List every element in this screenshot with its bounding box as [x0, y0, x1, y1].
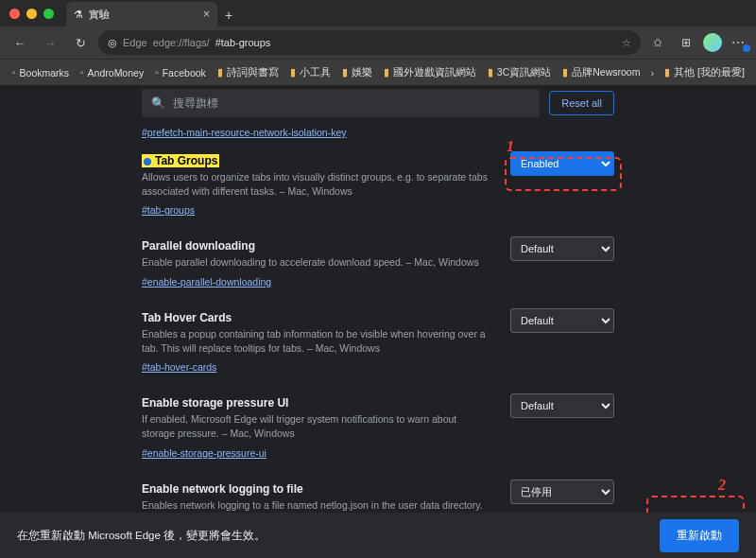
refresh-button[interactable]: ↻ — [68, 30, 93, 55]
flag-hash-link[interactable]: #enable-parallel-downloading — [142, 276, 271, 288]
collections-icon[interactable]: ⊞ — [675, 31, 697, 54]
flag-title: Tab Hover Cards — [142, 311, 232, 324]
flag-row: Parallel downloadingEnable parallel down… — [142, 236, 614, 289]
folder-icon: ▮ — [488, 66, 493, 78]
page-icon: ▫ — [155, 67, 159, 78]
flag-description: Enable parallel downloading to accelerat… — [142, 255, 491, 270]
flag-description: Allows users to organize tabs into visua… — [142, 170, 491, 198]
url-prefix: edge://flags/ — [153, 37, 210, 48]
bookmarks-overflow[interactable]: ▮其他 [我的最愛] — [660, 66, 749, 79]
flag-select[interactable]: Default — [510, 308, 614, 333]
notification-badge — [743, 44, 750, 52]
annotation-2: 2 — [718, 477, 726, 494]
minimize-window[interactable] — [26, 9, 37, 19]
close-window[interactable] — [9, 9, 20, 19]
restart-message: 在您重新啟動 Microsoft Edge 後，變更將會生效。 — [17, 529, 266, 543]
folder-icon: ▮ — [290, 66, 296, 78]
flag-row: Tab GroupsAllows users to organize tabs … — [142, 151, 614, 218]
address-bar[interactable]: ◎ Edge edge://flags/#tab-groups ☆ — [98, 30, 641, 55]
bookmark-item[interactable]: ▮詩詞與書寫 — [213, 66, 284, 79]
flask-icon: ⚗ — [74, 9, 83, 21]
flag-title: Tab Groups — [142, 154, 219, 167]
close-tab-icon[interactable]: × — [203, 8, 210, 21]
flag-row: Enable storage pressure UIIf enabled, Mi… — [142, 393, 614, 460]
reset-all-button[interactable]: Reset all — [549, 91, 614, 115]
bookmark-item[interactable]: ▮品牌Newsroom — [558, 66, 644, 79]
flag-title: Parallel downloading — [142, 239, 255, 253]
flag-hash-link[interactable]: #tab-groups — [142, 204, 195, 216]
search-input[interactable]: 🔍 搜尋旗標 — [142, 89, 540, 117]
chevron-right-icon[interactable]: › — [646, 67, 658, 78]
annotation-1: 1 — [507, 138, 514, 155]
bookmark-item[interactable]: ▮國外遊戲資訊網站 — [379, 66, 481, 79]
folder-icon: ▮ — [342, 66, 348, 78]
folder-icon: ▮ — [217, 66, 223, 78]
back-button[interactable]: ← — [8, 30, 32, 55]
edge-icon: ◎ — [108, 37, 117, 49]
flag-select[interactable]: Default — [510, 236, 614, 261]
flag-title: Enable network logging to file — [142, 482, 303, 496]
folder-icon: ▮ — [384, 66, 389, 78]
flag-hash-link[interactable]: #tab-hover-cards — [142, 361, 216, 373]
folder-icon: ▮ — [664, 66, 670, 78]
forward-button[interactable]: → — [38, 30, 62, 55]
relaunch-button[interactable]: 重新啟動 — [660, 519, 739, 552]
folder-icon: ▮ — [562, 66, 568, 78]
flag-description: If enabled, Microsoft Edge will trigger … — [142, 412, 491, 440]
bookmark-item[interactable]: ▮3C資訊網站 — [483, 66, 556, 79]
search-placeholder: 搜尋旗標 — [173, 96, 218, 112]
bookmark-item[interactable]: ▫AndroMoney — [76, 67, 148, 78]
flag-select[interactable]: Default — [510, 393, 614, 418]
profile-avatar[interactable] — [703, 33, 722, 52]
page-icon: ▫ — [12, 67, 16, 78]
bookmark-item[interactable]: ▫Bookmarks — [8, 67, 74, 78]
zoom-window[interactable] — [43, 9, 54, 19]
favorite-icon[interactable]: ☆ — [622, 37, 631, 49]
bookmark-item[interactable]: ▫Facebook — [150, 67, 211, 78]
flag-hash-link[interactable]: #prefetch-main-resource-network-isolatio… — [142, 127, 614, 138]
bookmark-item[interactable]: ▮娛樂 — [337, 66, 377, 79]
url-hash: #tab-groups — [215, 37, 271, 48]
favorites-icon[interactable]: ✩ — [646, 31, 669, 54]
bookmark-item[interactable]: ▮小工具 — [285, 66, 335, 79]
url-protocol: Edge — [123, 37, 147, 48]
flag-title: Enable storage pressure UI — [142, 396, 288, 410]
new-tab-button[interactable]: + — [217, 4, 240, 26]
flag-select[interactable]: Enabled — [510, 151, 614, 176]
tab-title: 實驗 — [89, 8, 110, 22]
flag-hash-link[interactable]: #enable-storage-pressure-ui — [142, 447, 266, 459]
search-icon: 🔍 — [151, 96, 165, 110]
flag-select[interactable]: 已停用 — [510, 480, 614, 504]
bookmarks-bar: ▫Bookmarks▫AndroMoney▫Facebook▮詩詞與書寫▮小工具… — [0, 59, 756, 85]
flag-row: Tab Hover CardsEnables a popup containin… — [142, 308, 614, 375]
flag-description: Enables a popup containing tab informati… — [142, 327, 491, 355]
page-icon: ▫ — [80, 67, 84, 78]
tab-experiments[interactable]: ⚗ 實驗 × — [66, 2, 217, 26]
more-menu-icon[interactable]: ⋯ — [728, 35, 748, 50]
